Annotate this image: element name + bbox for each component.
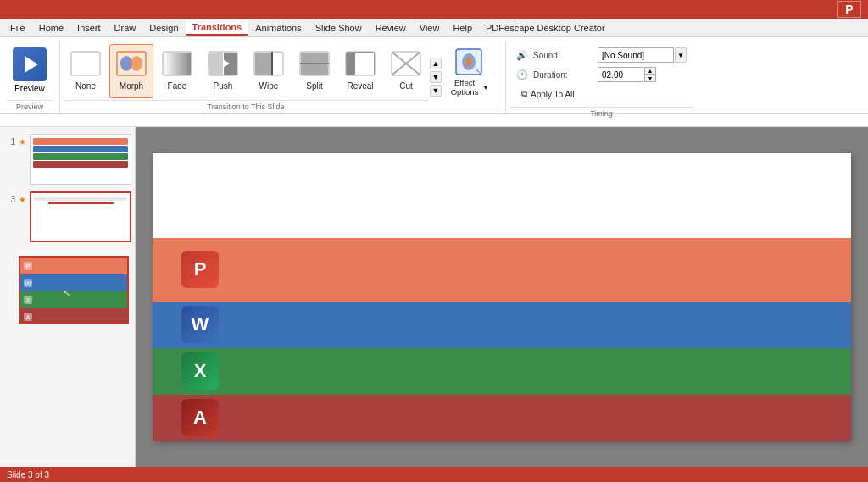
reveal-transition-icon [345,48,376,79]
preview-icon [13,47,47,81]
menu-insert[interactable]: Insert [70,21,108,35]
svg-point-25 [465,57,472,67]
slide-thumb-1[interactable] [30,134,131,185]
sound-select-container: [No Sound] ▼ [598,47,687,64]
menu-home[interactable]: Home [32,21,70,35]
svg-rect-1 [71,52,100,75]
menu-help[interactable]: Help [446,21,479,35]
slide-number-1: 1 [3,134,15,147]
access-icon: A [181,399,219,436]
slide-canvas: P W X A [153,153,851,441]
transition-fade-label: Fade [168,81,187,91]
preview-group-label: Preview [7,100,53,113]
timing-group-label: Timing [509,107,693,119]
transition-split-label: Split [306,81,322,91]
ribbon-group-transitions: None Morph [60,41,506,113]
transition-morph-label: Morph [120,81,143,91]
menu-transitions[interactable]: Transitions [186,20,249,36]
transition-fade-button[interactable]: Fade [155,44,199,98]
clock-icon: 🕐 [516,69,528,80]
preview-button[interactable]: Preview [7,44,53,97]
transition-wipe-button[interactable]: Wipe [247,44,291,98]
sound-label: Sound: [533,51,593,60]
transition-cut-button[interactable]: Cut [384,44,428,98]
transition-morph-button[interactable]: Morph [109,44,153,98]
duration-value[interactable]: 02.00 [598,67,643,82]
main-area: 1 ★ 3 ★ [0,127,868,467]
stripe-access: A [153,395,851,441]
transition-split-button[interactable]: Split [292,44,337,98]
effect-options-button[interactable]: Effect Options ▼ [447,42,491,100]
svg-rect-16 [301,64,328,75]
ribbon-scroll: ▲ ▼ ▼ [428,57,443,113]
transition-buttons: None Morph [64,41,428,100]
transition-wipe-label: Wipe [259,81,279,91]
sound-row: 🔊 Sound: [No Sound] ▼ [516,46,687,64]
wipe-transition-icon [253,48,284,79]
menu-slideshow[interactable]: Slide Show [309,21,369,35]
svg-rect-19 [355,53,374,75]
menu-view[interactable]: View [413,21,447,35]
apply-to-all-button[interactable]: ⧉ Apply To All [516,86,687,102]
ribbon-scroll-up[interactable]: ▲ [430,58,442,69]
morph-transition-icon [116,48,147,79]
stripe-word: W [153,302,851,348]
timing-controls: 🔊 Sound: [No Sound] ▼ 🕐 Duration: 02.00 … [509,41,693,107]
excel-icon: X [181,352,219,390]
stripe-excel: X [153,348,851,395]
svg-rect-6 [164,53,191,75]
transition-group-label: Transition to This Slide [64,100,428,113]
effect-options-label: Effect Options [448,78,481,97]
duration-down[interactable]: ▼ [644,75,656,82]
transition-reveal-label: Reveal [347,81,373,91]
none-transition-icon [70,48,101,79]
slide-status: Slide 3 of 3 [7,470,49,479]
menu-review[interactable]: Review [369,21,413,35]
duration-up[interactable]: ▲ [644,67,656,75]
menu-animations[interactable]: Animations [248,21,308,35]
slide-selected-preview[interactable]: P W X A ↖ [19,256,129,324]
duration-control: 02.00 ▲ ▼ [598,67,656,82]
title-bar: P [0,0,868,19]
effect-options-icon [453,46,485,78]
transition-none-label: None [75,81,96,91]
ribbon-group-preview: Preview Preview [3,41,60,113]
menu-bar: File Home Insert Draw Design Transitions… [0,19,868,37]
ribbon-group-effect-options: Effect Options ▼ x [443,42,498,113]
status-bar: Slide 3 of 3 [0,467,868,482]
slide-item-3: 3 ★ [3,191,131,242]
menu-pdfescape[interactable]: PDFescape Desktop Creator [479,21,612,35]
svg-rect-15 [301,53,328,63]
sound-value: [No Sound] [598,47,674,63]
transition-cut-label: Cut [399,81,413,91]
transition-reveal-button[interactable]: Reveal [338,44,382,98]
duration-spinner: ▲ ▼ [644,67,656,82]
slide-thumb-3[interactable] [30,191,131,242]
slide-star-3: ★ [19,191,26,204]
svg-rect-8 [209,53,223,75]
preview-buttons: Preview [7,41,53,100]
svg-rect-12 [255,53,272,75]
menu-draw[interactable]: Draw [108,21,143,35]
effect-options-label-row: Effect Options ▼ [448,78,489,97]
sound-dropdown-btn[interactable]: ▼ [675,47,687,63]
ribbon-subtitle [0,114,868,127]
preview-label: Preview [14,84,45,94]
apply-all-icon: ⧉ [521,89,527,99]
ribbon-group-timing: 🔊 Sound: [No Sound] ▼ 🕐 Duration: 02.00 … [506,41,700,113]
fade-transition-icon [162,48,192,79]
menu-file[interactable]: File [3,21,32,35]
ribbon-scroll-down[interactable]: ▼ [430,71,442,83]
transition-push-label: Push [214,81,233,91]
menu-design[interactable]: Design [142,21,185,35]
slide-star-1: ★ [19,134,26,147]
powerpoint-icon: P [181,251,219,288]
stripe-powerpoint: P [153,238,851,302]
svg-point-4 [131,56,142,71]
transition-none-button[interactable]: None [64,44,108,98]
play-triangle-icon [18,53,42,76]
ribbon-scroll-more[interactable]: ▼ [430,85,442,97]
transition-push-button[interactable]: Push [201,44,245,98]
effect-options-dropdown-icon: ▼ [482,84,489,91]
canvas-area: P W X A [136,127,868,467]
